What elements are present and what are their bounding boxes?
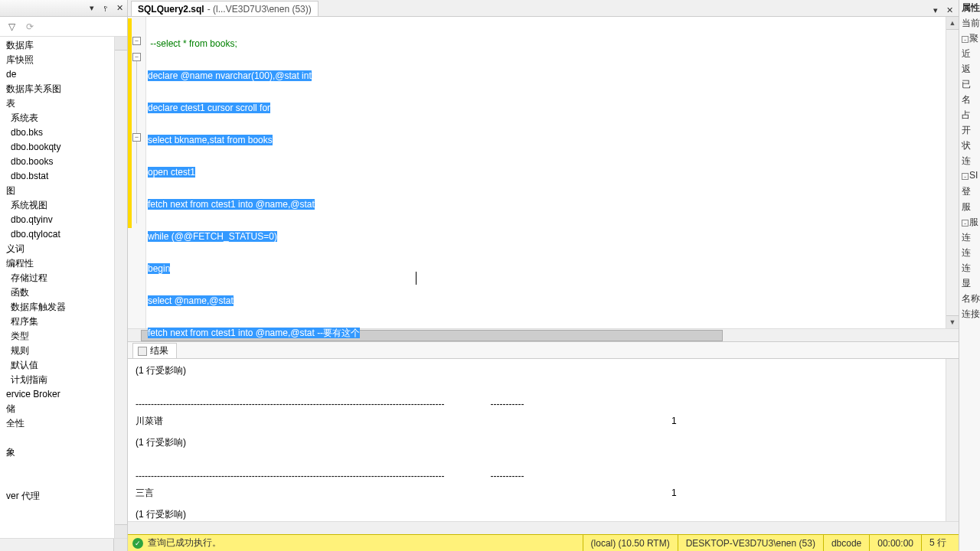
- dropdown-icon[interactable]: ▾: [86, 2, 98, 15]
- properties-panel: 属性 当前-聚近返已名占开状连-SI登服-服连连连显名称连接: [959, 0, 980, 551]
- tree-item[interactable]: 系统表: [0, 111, 127, 126]
- code-line: fetch next from ctest1 into @name,@stat: [148, 199, 315, 210]
- text-cursor: [416, 272, 416, 285]
- tree-horizontal-scrollbar[interactable]: ▶: [0, 538, 127, 551]
- status-bar: ✓ 查询已成功执行。 (local) (10.50 RTM) DESKTOP-V…: [128, 534, 959, 551]
- property-row: 连: [959, 262, 980, 277]
- tree-item[interactable]: 数据库: [0, 38, 127, 53]
- fold-icon[interactable]: −: [132, 53, 141, 61]
- property-row: 已: [959, 78, 980, 93]
- results-text: 1: [671, 484, 677, 501]
- tree-item[interactable]: 默认值: [0, 358, 127, 373]
- properties-title: 属性: [959, 2, 980, 17]
- tree-item[interactable]: 计划指南: [0, 373, 127, 387]
- tab-dropdown-icon[interactable]: ▾: [929, 4, 942, 16]
- property-row: 服: [959, 201, 980, 216]
- main-area: SQLQuery2.sql - (l...VE3D7U3\enen (53)) …: [128, 0, 959, 551]
- tree-item[interactable]: 图: [0, 184, 127, 198]
- tree-item[interactable]: dbo.books: [0, 155, 127, 169]
- object-tree[interactable]: 数据库库快照de数据库关系图表系统表dbo.bksdbo.bookqtydbo.…: [0, 37, 127, 538]
- results-text: (1 行受影响): [136, 434, 951, 451]
- tree-item[interactable]: [0, 474, 127, 489]
- editor-gutter: − − −: [128, 17, 146, 328]
- success-icon: ✓: [132, 538, 143, 549]
- tab-close-icon[interactable]: ✕: [943, 4, 956, 16]
- property-row: 连接: [959, 308, 980, 323]
- tree-item[interactable]: de: [0, 67, 127, 82]
- tree-item[interactable]: 函数: [0, 285, 127, 300]
- tree-item[interactable]: dbo.bks: [0, 126, 127, 140]
- tree-item[interactable]: ver 代理: [0, 489, 127, 504]
- results-divider: ----------------------------------------…: [136, 396, 951, 412]
- status-message: 查询已成功执行。: [148, 536, 221, 549]
- refresh-icon[interactable]: ⟳: [23, 20, 37, 34]
- fold-icon[interactable]: −: [132, 37, 141, 45]
- status-rows: 5 行: [921, 535, 954, 552]
- explorer-toolbar: ▽ ⟳: [0, 17, 127, 37]
- code-comment: --要有这个: [317, 328, 360, 338]
- property-row: 返: [959, 63, 980, 78]
- code-line: open ctest1: [148, 167, 195, 178]
- property-row: 显: [959, 277, 980, 292]
- code-line: select bkname,stat from books: [148, 135, 273, 145]
- tab-context: - (l...VE3D7U3\enen (53)): [207, 4, 312, 15]
- results-horizontal-scrollbar[interactable]: [128, 521, 959, 534]
- property-row: -SI: [959, 170, 980, 185]
- tree-item[interactable]: 系统视图: [0, 198, 127, 213]
- tree-item[interactable]: [0, 431, 127, 445]
- tree-vertical-scrollbar[interactable]: [114, 37, 127, 538]
- object-explorer: ▾ ⫯ ✕ ▽ ⟳ 数据库库快照de数据库关系图表系统表dbo.bksdbo.b…: [0, 0, 128, 551]
- property-row: 开: [959, 124, 980, 139]
- results-vertical-scrollbar[interactable]: [946, 359, 959, 521]
- tree-item[interactable]: 规则: [0, 344, 127, 358]
- tree-item[interactable]: 编程性: [0, 256, 127, 271]
- fold-icon[interactable]: −: [132, 133, 141, 142]
- property-row: 名称: [959, 292, 980, 308]
- sql-editor[interactable]: − − − --select * from books; declare @na…: [128, 17, 959, 328]
- tab-sqlquery2[interactable]: SQLQuery2.sql - (l...VE3D7U3\enen (53)): [131, 1, 318, 16]
- code-line: begin: [148, 263, 170, 274]
- property-row: 名: [959, 93, 980, 109]
- tree-item[interactable]: 表: [0, 96, 127, 111]
- close-icon[interactable]: ✕: [113, 2, 126, 15]
- results-pane[interactable]: (1 行受影响) -------------------------------…: [128, 358, 959, 534]
- pin-icon[interactable]: ⫯: [100, 2, 112, 15]
- tree-item[interactable]: 象: [0, 445, 127, 460]
- status-user: DESKTOP-VE3D7U3\enen (53): [678, 535, 823, 552]
- tree-item[interactable]: dbo.bookqty: [0, 140, 127, 155]
- tree-item[interactable]: 储: [0, 402, 127, 416]
- scroll-up-icon[interactable]: ▲: [946, 17, 959, 30]
- tree-item[interactable]: dbo.qtylocat: [0, 227, 127, 242]
- scroll-right-icon[interactable]: ▶: [118, 541, 124, 549]
- code-line: --select * from books;: [150, 38, 237, 49]
- scroll-down-icon[interactable]: ▼: [946, 315, 959, 328]
- property-row: 状: [959, 139, 980, 155]
- property-row: 占: [959, 109, 980, 124]
- results-text: (1 行受影响): [136, 506, 951, 523]
- tree-item[interactable]: 义词: [0, 242, 127, 256]
- tree-item[interactable]: [0, 460, 127, 474]
- code-line: declare ctest1 cursor scroll for: [148, 103, 270, 113]
- editor-vertical-scrollbar[interactable]: ▲ ▼: [946, 17, 959, 328]
- results-icon: [138, 347, 147, 356]
- results-text: 三言: [136, 484, 671, 501]
- tree-item[interactable]: 存储过程: [0, 271, 127, 285]
- tree-item[interactable]: 数据库触发器: [0, 300, 127, 315]
- editor-tabbar: SQLQuery2.sql - (l...VE3D7U3\enen (53)) …: [128, 0, 959, 17]
- tree-item[interactable]: ervice Broker: [0, 387, 127, 402]
- tree-item[interactable]: 全性: [0, 416, 127, 431]
- tree-item[interactable]: dbo.bstat: [0, 169, 127, 184]
- code-area[interactable]: --select * from books; declare @name nva…: [146, 17, 959, 328]
- tree-item[interactable]: 类型: [0, 329, 127, 344]
- property-row: 连: [959, 231, 980, 246]
- tree-item[interactable]: 数据库关系图: [0, 82, 127, 96]
- status-server: (local) (10.50 RTM): [583, 535, 678, 552]
- tree-item[interactable]: 库快照: [0, 53, 127, 67]
- tree-item[interactable]: 程序集: [0, 315, 127, 329]
- filter-icon[interactable]: ▽: [5, 20, 18, 34]
- results-text: 1: [671, 412, 677, 429]
- tree-item[interactable]: dbo.qtyinv: [0, 213, 127, 227]
- property-row: -服: [959, 216, 980, 231]
- code-line: fetch next from ctest1 into @name,@stat: [148, 328, 317, 338]
- code-line: declare @name nvarchar(100),@stat int: [148, 70, 312, 81]
